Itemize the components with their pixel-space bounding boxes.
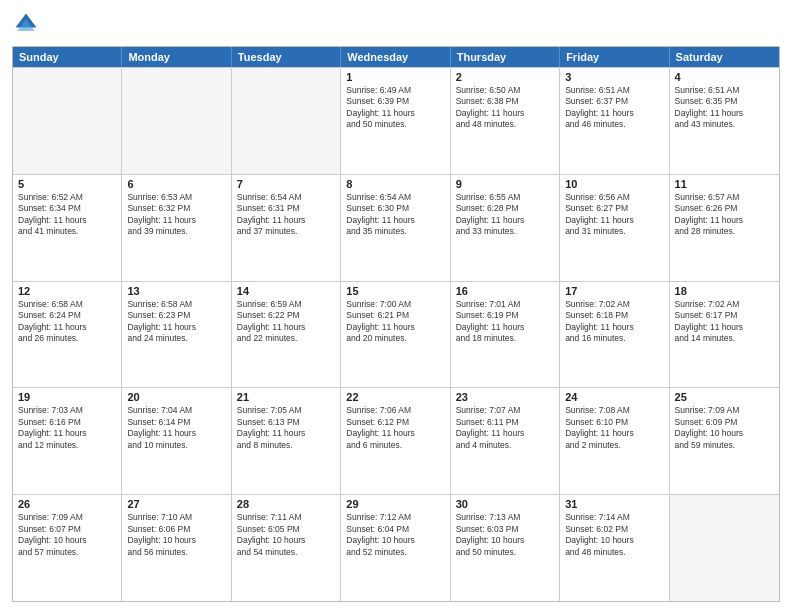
cell-info-line: Sunrise: 7:13 AM xyxy=(456,512,554,523)
calendar-cell-1-4: 9Sunrise: 6:55 AMSunset: 6:28 PMDaylight… xyxy=(451,175,560,281)
cell-info-line: Daylight: 10 hours xyxy=(346,535,444,546)
cell-info-line: Sunrise: 7:09 AM xyxy=(18,512,116,523)
day-number: 13 xyxy=(127,285,225,297)
calendar-row-1: 5Sunrise: 6:52 AMSunset: 6:34 PMDaylight… xyxy=(13,174,779,281)
calendar-cell-2-5: 17Sunrise: 7:02 AMSunset: 6:18 PMDayligh… xyxy=(560,282,669,388)
cell-info-line: Sunset: 6:18 PM xyxy=(565,310,663,321)
cell-info-line: Sunrise: 7:00 AM xyxy=(346,299,444,310)
calendar-cell-0-5: 3Sunrise: 6:51 AMSunset: 6:37 PMDaylight… xyxy=(560,68,669,174)
calendar-cell-4-3: 29Sunrise: 7:12 AMSunset: 6:04 PMDayligh… xyxy=(341,495,450,601)
calendar-cell-2-6: 18Sunrise: 7:02 AMSunset: 6:17 PMDayligh… xyxy=(670,282,779,388)
day-number: 24 xyxy=(565,391,663,403)
cell-info-line: Daylight: 11 hours xyxy=(565,322,663,333)
day-number: 21 xyxy=(237,391,335,403)
cell-info-line: Sunrise: 7:06 AM xyxy=(346,405,444,416)
day-number: 26 xyxy=(18,498,116,510)
cell-info-line: Sunrise: 7:02 AM xyxy=(675,299,774,310)
cell-info-line: Sunrise: 7:11 AM xyxy=(237,512,335,523)
cell-info-line: and 59 minutes. xyxy=(675,440,774,451)
cell-info-line: Sunset: 6:19 PM xyxy=(456,310,554,321)
day-number: 7 xyxy=(237,178,335,190)
cell-info-line: and 20 minutes. xyxy=(346,333,444,344)
cell-info-line: Sunrise: 6:53 AM xyxy=(127,192,225,203)
cell-info-line: Daylight: 11 hours xyxy=(675,108,774,119)
cell-info-line: Sunset: 6:07 PM xyxy=(18,524,116,535)
cell-info-line: Daylight: 11 hours xyxy=(456,108,554,119)
cell-info-line: Sunset: 6:23 PM xyxy=(127,310,225,321)
cell-info-line: and 12 minutes. xyxy=(18,440,116,451)
cell-info-line: Sunrise: 7:01 AM xyxy=(456,299,554,310)
cell-info-line: Daylight: 11 hours xyxy=(565,428,663,439)
calendar-cell-0-6: 4Sunrise: 6:51 AMSunset: 6:35 PMDaylight… xyxy=(670,68,779,174)
cell-info-line: Daylight: 11 hours xyxy=(456,322,554,333)
day-number: 10 xyxy=(565,178,663,190)
cell-info-line: Daylight: 10 hours xyxy=(18,535,116,546)
cell-info-line: Sunrise: 7:12 AM xyxy=(346,512,444,523)
cell-info-line: Sunset: 6:03 PM xyxy=(456,524,554,535)
calendar-cell-2-1: 13Sunrise: 6:58 AMSunset: 6:23 PMDayligh… xyxy=(122,282,231,388)
cell-info-line: Daylight: 11 hours xyxy=(18,322,116,333)
cell-info-line: and 46 minutes. xyxy=(565,119,663,130)
calendar-cell-0-3: 1Sunrise: 6:49 AMSunset: 6:39 PMDaylight… xyxy=(341,68,450,174)
day-number: 3 xyxy=(565,71,663,83)
day-number: 15 xyxy=(346,285,444,297)
calendar-body: 1Sunrise: 6:49 AMSunset: 6:39 PMDaylight… xyxy=(13,67,779,601)
calendar-cell-3-2: 21Sunrise: 7:05 AMSunset: 6:13 PMDayligh… xyxy=(232,388,341,494)
weekday-header-thursday: Thursday xyxy=(451,47,560,67)
calendar-cell-4-1: 27Sunrise: 7:10 AMSunset: 6:06 PMDayligh… xyxy=(122,495,231,601)
cell-info-line: and 16 minutes. xyxy=(565,333,663,344)
cell-info-line: Sunset: 6:26 PM xyxy=(675,203,774,214)
weekday-header-friday: Friday xyxy=(560,47,669,67)
calendar-cell-4-0: 26Sunrise: 7:09 AMSunset: 6:07 PMDayligh… xyxy=(13,495,122,601)
calendar-cell-3-1: 20Sunrise: 7:04 AMSunset: 6:14 PMDayligh… xyxy=(122,388,231,494)
cell-info-line: and 57 minutes. xyxy=(18,547,116,558)
calendar-cell-2-4: 16Sunrise: 7:01 AMSunset: 6:19 PMDayligh… xyxy=(451,282,560,388)
cell-info-line: Sunset: 6:30 PM xyxy=(346,203,444,214)
cell-info-line: Daylight: 11 hours xyxy=(237,428,335,439)
day-number: 11 xyxy=(675,178,774,190)
calendar-cell-0-4: 2Sunrise: 6:50 AMSunset: 6:38 PMDaylight… xyxy=(451,68,560,174)
calendar-cell-4-4: 30Sunrise: 7:13 AMSunset: 6:03 PMDayligh… xyxy=(451,495,560,601)
calendar-cell-3-3: 22Sunrise: 7:06 AMSunset: 6:12 PMDayligh… xyxy=(341,388,450,494)
cell-info-line: Daylight: 11 hours xyxy=(456,215,554,226)
day-number: 25 xyxy=(675,391,774,403)
cell-info-line: and 43 minutes. xyxy=(675,119,774,130)
logo-icon xyxy=(12,10,40,38)
day-number: 27 xyxy=(127,498,225,510)
logo xyxy=(12,10,44,38)
calendar-cell-4-2: 28Sunrise: 7:11 AMSunset: 6:05 PMDayligh… xyxy=(232,495,341,601)
cell-info-line: Daylight: 11 hours xyxy=(127,428,225,439)
cell-info-line: Daylight: 11 hours xyxy=(237,215,335,226)
day-number: 29 xyxy=(346,498,444,510)
cell-info-line: Daylight: 11 hours xyxy=(346,215,444,226)
calendar-cell-0-0 xyxy=(13,68,122,174)
calendar-cell-1-1: 6Sunrise: 6:53 AMSunset: 6:32 PMDaylight… xyxy=(122,175,231,281)
cell-info-line: Daylight: 11 hours xyxy=(127,322,225,333)
calendar-cell-3-0: 19Sunrise: 7:03 AMSunset: 6:16 PMDayligh… xyxy=(13,388,122,494)
cell-info-line: Sunset: 6:21 PM xyxy=(346,310,444,321)
calendar-cell-1-5: 10Sunrise: 6:56 AMSunset: 6:27 PMDayligh… xyxy=(560,175,669,281)
cell-info-line: Sunrise: 7:07 AM xyxy=(456,405,554,416)
weekday-header-tuesday: Tuesday xyxy=(232,47,341,67)
weekday-header-wednesday: Wednesday xyxy=(341,47,450,67)
cell-info-line: Sunset: 6:04 PM xyxy=(346,524,444,535)
day-number: 9 xyxy=(456,178,554,190)
day-number: 30 xyxy=(456,498,554,510)
cell-info-line: Sunset: 6:11 PM xyxy=(456,417,554,428)
cell-info-line: and 52 minutes. xyxy=(346,547,444,558)
cell-info-line: Sunrise: 7:14 AM xyxy=(565,512,663,523)
cell-info-line: Daylight: 11 hours xyxy=(675,322,774,333)
cell-info-line: Sunrise: 6:55 AM xyxy=(456,192,554,203)
calendar-header: SundayMondayTuesdayWednesdayThursdayFrid… xyxy=(13,47,779,67)
calendar-cell-1-6: 11Sunrise: 6:57 AMSunset: 6:26 PMDayligh… xyxy=(670,175,779,281)
calendar-cell-3-6: 25Sunrise: 7:09 AMSunset: 6:09 PMDayligh… xyxy=(670,388,779,494)
day-number: 8 xyxy=(346,178,444,190)
cell-info-line: Daylight: 11 hours xyxy=(565,108,663,119)
day-number: 22 xyxy=(346,391,444,403)
cell-info-line: and 50 minutes. xyxy=(346,119,444,130)
cell-info-line: and 41 minutes. xyxy=(18,226,116,237)
cell-info-line: Sunset: 6:38 PM xyxy=(456,96,554,107)
cell-info-line: Sunset: 6:13 PM xyxy=(237,417,335,428)
cell-info-line: Sunrise: 6:54 AM xyxy=(346,192,444,203)
cell-info-line: and 48 minutes. xyxy=(456,119,554,130)
